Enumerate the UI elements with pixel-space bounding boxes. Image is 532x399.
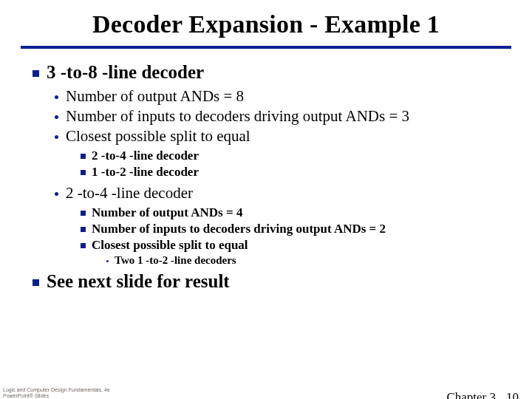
level3-list: Number of output ANDs = 4 Number of inpu… <box>81 205 532 267</box>
bullet-text: Number of inputs to decoders driving out… <box>66 107 409 126</box>
page-number: 10 <box>506 390 519 399</box>
title-underline <box>21 46 511 49</box>
dot-bullet-icon <box>55 95 58 99</box>
bullet-text: 1 -to-2 -line decoder <box>92 165 199 180</box>
square-bullet-icon <box>33 279 39 286</box>
level1-list: 3 -to-8 -line decoder Number of output A… <box>33 62 532 292</box>
bullet-text: Number of inputs to decoders driving out… <box>92 222 386 236</box>
bullet-inputs-2: Number of inputs to decoders driving out… <box>81 222 532 236</box>
bullet-text: Number of output ANDs = 4 <box>92 205 242 220</box>
square-bullet-icon <box>81 243 86 248</box>
bullet-3to8-decoder: 3 -to-8 -line decoder <box>33 62 532 83</box>
square-bullet-icon <box>33 70 39 77</box>
level3-list: 2 -to-4 -line decoder 1 -to-2 -line deco… <box>81 149 532 180</box>
bullet-2to4-decoder-detail: 2 -to-4 -line decoder <box>55 184 532 202</box>
bullet-1to2-decoder: 1 -to-2 -line decoder <box>81 165 532 180</box>
bullet-text: 3 -to-8 -line decoder <box>47 62 204 83</box>
bullet-closest-split-2: Closest possible split to equal <box>81 238 532 253</box>
square-bullet-icon <box>81 211 86 216</box>
bullet-see-next-slide: See next slide for result <box>33 271 532 292</box>
dot-bullet-icon <box>106 260 109 262</box>
dot-bullet-icon <box>55 115 58 119</box>
level2-list: Number of output ANDs = 8 Number of inpu… <box>55 87 532 267</box>
bullet-inputs-3: Number of inputs to decoders driving out… <box>55 107 532 126</box>
bullet-text: See next slide for result <box>47 271 230 292</box>
bullet-text: Closest possible split to equal <box>66 127 250 146</box>
square-bullet-icon <box>81 170 86 175</box>
footer-line: Logic and Computer Design Fundamentals, … <box>3 387 110 393</box>
bullet-text: Closest possible split to equal <box>92 238 248 253</box>
dot-bullet-icon <box>55 135 58 139</box>
bullet-two-1to2-decoders: Two 1 -to-2 -line decoders <box>106 254 532 267</box>
bullet-output-ands-8: Number of output ANDs = 8 <box>55 87 532 106</box>
bullet-text: Two 1 -to-2 -line decoders <box>115 254 236 267</box>
slide-title: Decoder Expansion - Example 1 <box>0 10 532 38</box>
bullet-output-ands-4: Number of output ANDs = 4 <box>81 205 532 220</box>
footer-line: PowerPoint® Slides <box>3 393 110 399</box>
footer-page-info: Chapter 310 <box>446 390 519 399</box>
bullet-text: 2 -to-4 -line decoder <box>92 149 199 163</box>
bullet-text: Number of output ANDs = 8 <box>66 87 244 106</box>
chapter-label: Chapter 3 <box>446 390 496 399</box>
bullet-text: 2 -to-4 -line decoder <box>66 184 193 202</box>
bullet-closest-split: Closest possible split to equal <box>55 127 532 146</box>
bullet-2to4-decoder: 2 -to-4 -line decoder <box>81 149 532 163</box>
content-area: 3 -to-8 -line decoder Number of output A… <box>33 62 532 292</box>
level4-list: Two 1 -to-2 -line decoders <box>106 254 532 267</box>
slide: Decoder Expansion - Example 1 3 -to-8 -l… <box>0 10 532 399</box>
dot-bullet-icon <box>55 192 58 196</box>
footer-copyright: Logic and Computer Design Fundamentals, … <box>3 387 110 399</box>
square-bullet-icon <box>81 227 86 232</box>
square-bullet-icon <box>81 154 86 159</box>
